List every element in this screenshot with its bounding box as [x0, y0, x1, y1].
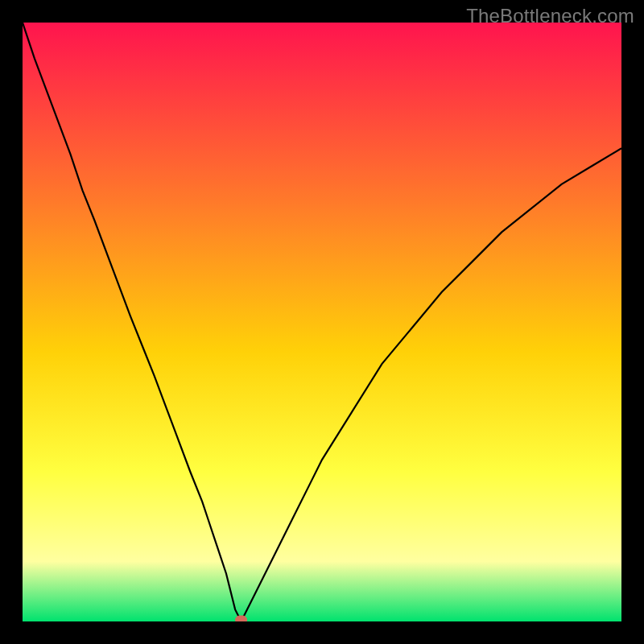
gradient-background	[23, 23, 621, 621]
optimal-marker	[236, 616, 247, 621]
chart-svg	[23, 23, 621, 621]
plot-area	[23, 23, 621, 621]
chart-frame: TheBottleneck.com	[0, 0, 644, 644]
